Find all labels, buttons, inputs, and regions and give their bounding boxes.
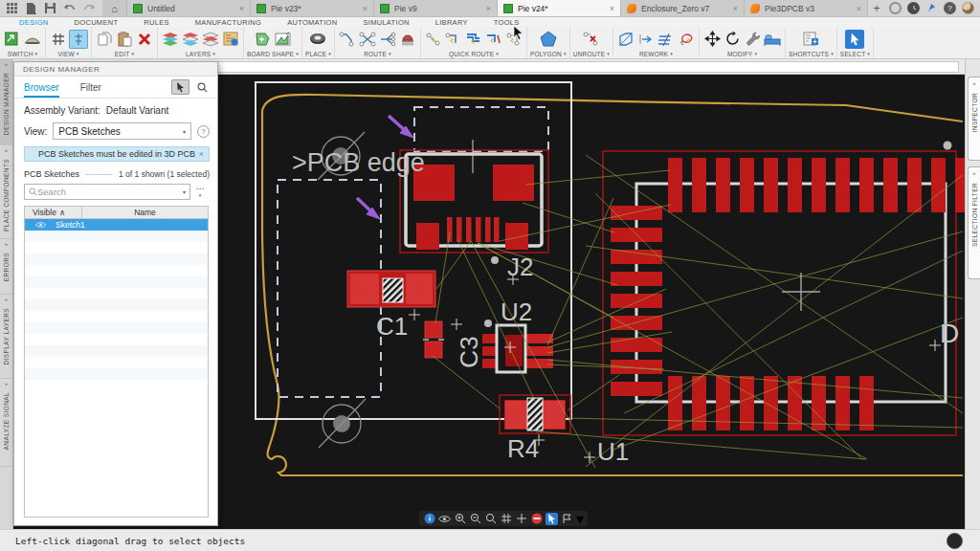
wrench-icon[interactable] [743,30,762,49]
quick-route-icon[interactable] [424,30,443,49]
switch-2d-icon[interactable] [3,30,22,49]
corner-assistant-badge[interactable] [947,533,963,549]
menu-rules[interactable]: RULES [144,18,169,27]
toolbar-group-label[interactable]: ROUTE▾ [364,49,390,58]
quick-route-corner-icon[interactable] [444,30,463,49]
select-tool-icon[interactable] [845,30,864,49]
menu-design[interactable]: DESIGN [19,18,49,27]
new-file-icon[interactable] [25,2,37,14]
polygon-icon[interactable] [539,30,558,49]
redo-icon[interactable] [82,2,95,14]
route-via-icon[interactable] [398,30,417,49]
new-tab-button[interactable]: + [868,0,885,16]
rework-outline-icon[interactable] [616,30,635,49]
toolbar-group-label[interactable]: POLYGON▾ [530,49,567,58]
layers-setup-icon[interactable] [181,30,200,49]
quick-route-bus-icon[interactable] [464,30,483,49]
toolbar-group-label[interactable]: LAYERS▾ [186,49,215,58]
visibility-eye-icon[interactable] [438,513,451,525]
close-icon[interactable]: × [363,4,368,13]
menu-automation[interactable]: AUTOMATION [287,18,337,27]
table-row-sketch1[interactable]: Sketch1 [25,219,208,231]
home-tab[interactable]: ⌂ [102,0,127,16]
route-meander-icon[interactable] [358,30,377,49]
copy-icon[interactable] [95,30,114,49]
component-c1[interactable] [347,271,435,307]
unroute-icon[interactable] [582,30,601,49]
menu-manufacturing[interactable]: MANUFACTURING [195,18,261,27]
toolbar-group-label[interactable]: VIEW▾ [57,49,78,58]
strip-inspector[interactable]: « INSPECTOR [968,77,980,161]
zoom-out-icon[interactable] [469,513,481,525]
toolbar-group-label[interactable]: BOARD SHAPE▾ [247,49,299,58]
close-icon[interactable]: × [610,4,614,13]
toolbar-group-label[interactable]: SELECT▾ [840,49,870,58]
tab-enclosure-zero[interactable]: Enclosure_Zero v7 × [621,0,745,16]
toolbar-group-label[interactable]: REWORK▾ [639,49,673,58]
help-icon[interactable]: ? [944,2,956,14]
layers-list-icon[interactable] [201,30,220,49]
tab-pie-v23[interactable]: Pie v23* × [251,0,374,16]
select-cursor-button[interactable] [171,79,189,95]
layer-flag-icon[interactable] [561,513,573,525]
toolbar-group-label[interactable]: PLACE▾ [305,49,331,58]
toolbar-group-label[interactable]: EDIT▾ [115,49,134,58]
strip-analyze-signal[interactable]: » ANALYZE SIGNAL [0,379,12,467]
close-icon[interactable]: × [733,4,738,13]
search-input[interactable] [37,187,183,197]
strip-place-components[interactable]: » PLACE COMPONENTS [0,145,12,239]
app-grid-icon[interactable] [6,2,18,14]
place-pad-icon[interactable] [308,30,327,49]
zoom-in-icon[interactable] [454,513,466,525]
menu-simulation[interactable]: SIMULATION [363,18,409,27]
grid-toggle-icon[interactable] [500,513,512,525]
strip-selection-filter[interactable]: « SELECTION FILTER [968,166,980,279]
quick-route-pair-icon[interactable] [484,30,503,49]
tab-pie-v24-active[interactable]: Pie v24* × [498,0,621,16]
column-visible[interactable]: Visible ∧ [25,207,82,218]
switch-board-icon[interactable] [23,30,42,49]
tab-browser[interactable]: Browser [24,77,59,98]
grid-icon[interactable] [49,30,68,49]
toolbar-group-label[interactable]: SHORTCUTS▾ [789,49,834,58]
zoom-fit-icon[interactable] [484,513,497,525]
board-outline-icon[interactable] [253,30,272,49]
rotate-icon[interactable] [723,30,742,49]
move-icon[interactable] [702,30,722,49]
delete-icon[interactable] [135,30,154,49]
board-sketch-icon[interactable] [273,30,292,49]
rework-arrow-icon[interactable] [636,30,656,49]
tab-pie-v9[interactable]: Pie v9 × [374,0,498,16]
strip-errors[interactable]: » ERRORS [0,239,12,295]
component-bed-icon[interactable] [763,30,782,49]
toolbar-group-label[interactable]: QUICK ROUTE▾ [449,49,499,58]
menu-document[interactable]: DOCUMENT [75,18,119,27]
paste-icon[interactable] [115,30,134,49]
panel-title[interactable]: DESIGN MANAGER [14,62,217,77]
search-box[interactable]: ▾ [24,184,190,200]
tab-pie3dpcb[interactable]: Pie3DPCB v3 × [745,0,868,16]
tab-filter[interactable]: Filter [80,77,101,98]
undo-icon[interactable] [63,2,76,14]
route-manual-icon[interactable] [338,30,357,49]
route-fanout-icon[interactable] [378,30,397,49]
visible-eye-icon[interactable] [25,221,56,229]
toolbar-group-label[interactable]: SWITCH▾ [8,49,38,58]
save-icon[interactable] [44,2,56,14]
sync-status-icon[interactable] [889,2,902,14]
layer-map-icon[interactable] [221,30,240,49]
strip-display-layers[interactable]: » DISPLAY LAYERS [0,295,12,379]
close-icon[interactable]: × [857,4,861,13]
banner-close-icon[interactable]: × [199,149,204,159]
layer-view-icon[interactable] [69,30,88,49]
view-help-button[interactable]: ? [197,125,210,138]
select-mode-icon[interactable] [546,513,558,525]
tab-untitled[interactable]: Untitled × [127,0,251,16]
stop-restrict-icon[interactable] [530,513,543,525]
info-icon[interactable] [423,513,435,525]
shortcuts-panel-icon[interactable] [801,30,820,49]
flag-dropdown-caret[interactable]: ▾ [576,510,584,528]
toolbar-group-label[interactable]: UNROUTE▾ [573,49,610,58]
user-avatar[interactable] [962,2,974,14]
notifications-icon[interactable] [925,2,938,14]
